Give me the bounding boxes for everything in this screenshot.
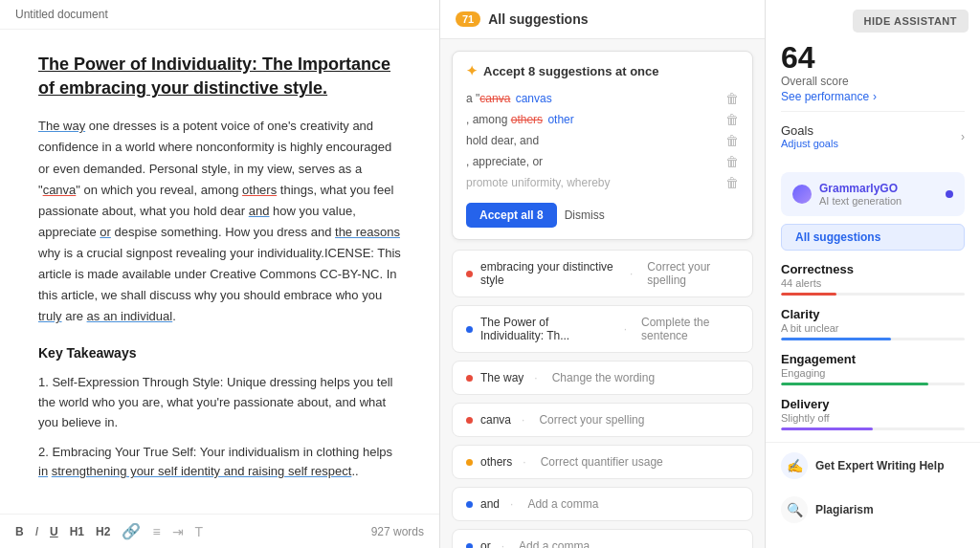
suggestion-row-4[interactable]: canva · Correct your spelling <box>452 403 753 437</box>
see-performance-link[interactable]: See performance › <box>781 90 965 103</box>
key-takeaways-heading: Key Takeaways <box>38 342 401 365</box>
replacement-canvas: canvas <box>512 92 551 105</box>
dot-blue-2 <box>466 326 473 333</box>
span-and: and <box>249 204 270 218</box>
grammarly-go-label: GrammarlyGO <box>819 182 902 195</box>
metric-bar-correctness <box>781 293 965 296</box>
span-canva: canva <box>43 183 77 197</box>
suggestion-keyword-6: and <box>480 497 500 511</box>
suggestion-action-4: Correct your spelling <box>539 413 644 427</box>
overall-score-label: Overall score <box>781 75 965 88</box>
document-panel: Untitled document The Power of Individua… <box>0 0 440 548</box>
accept-all-button[interactable]: Accept all 8 <box>466 203 557 228</box>
doc-header: Untitled document <box>0 0 439 30</box>
span-or: or <box>100 225 111 239</box>
dot-red-3 <box>466 375 473 382</box>
suggestions-list[interactable]: ✦ Accept 8 suggestions at once a "canva … <box>440 39 765 548</box>
suggestion-row-3[interactable]: The way · Change the wording <box>452 361 753 395</box>
metric-name-delivery: Delivery <box>781 397 965 411</box>
metric-name-correctness: Correctness <box>781 262 965 276</box>
bold-btn[interactable]: B <box>15 525 24 538</box>
metric-bar-fill-delivery <box>781 427 873 430</box>
dot-red-4 <box>466 417 473 424</box>
all-suggestions-tab[interactable]: All suggestions <box>781 224 965 251</box>
toolbar-indent-icon[interactable]: ⇥ <box>172 524 184 539</box>
suggestion-keyword-3: The way <box>480 371 523 384</box>
sparkle-icon: ✦ <box>466 63 478 78</box>
expert-icon: ✍ <box>781 452 808 479</box>
metric-clarity: Clarity A bit unclear <box>781 307 965 340</box>
span-asan: as an individual <box>87 309 173 323</box>
numbered-item-2: 2. Embracing Your True Self: Your indivi… <box>38 443 401 483</box>
trash-icon-3[interactable]: 🗑 <box>725 133 739 148</box>
span-truly: truly <box>38 309 62 323</box>
grammarly-go-sub: AI text generation <box>819 195 902 207</box>
trash-icon-4[interactable]: 🗑 <box>725 154 739 169</box>
suggestion-row-1[interactable]: embracing your distinctive style · Corre… <box>452 250 753 297</box>
suggestions-header: 71 All suggestions <box>440 0 765 39</box>
toolbar-format-icon[interactable]: T <box>195 524 204 539</box>
dot-blue-6 <box>466 501 473 508</box>
score-section: 64 Overall score See performance › Goals… <box>766 42 980 164</box>
metric-bar-delivery <box>781 427 965 430</box>
accept-item-2: , among others other 🗑 <box>466 109 739 130</box>
h2-btn[interactable]: H2 <box>96 525 110 538</box>
suggestion-row-2[interactable]: The Power of Individuality: Th... · Comp… <box>452 305 753 353</box>
hide-assistant-button[interactable]: HIDE ASSISTANT <box>853 10 969 33</box>
doc-heading: The Power of Individuality: The Importan… <box>38 53 401 100</box>
score-panel: HIDE ASSISTANT 64 Overall score See perf… <box>766 0 980 548</box>
score-divider <box>781 111 965 112</box>
expert-writing-row[interactable]: ✍ Get Expert Writing Help <box>766 442 980 489</box>
dismiss-button[interactable]: Dismiss <box>565 203 605 228</box>
grammarly-go-icon <box>792 185 812 204</box>
dot-blue-7 <box>466 543 473 549</box>
metric-name-engagement: Engagement <box>781 352 965 366</box>
goals-row: Goals Adjust goals › <box>781 120 965 153</box>
suggestion-row-7[interactable]: or · Add a comma <box>452 529 753 548</box>
italic-btn[interactable]: I <box>35 525 38 538</box>
doc-content[interactable]: The Power of Individuality: The Importan… <box>0 30 439 514</box>
grammarly-go-dot <box>946 190 953 198</box>
plagiarism-row[interactable]: 🔍 Plagiarism <box>766 489 980 531</box>
span-others: others <box>242 183 277 197</box>
suggestions-panel-title: All suggestions <box>488 11 588 27</box>
accept-item-4: , appreciate, or 🗑 <box>466 151 739 172</box>
expert-label: Get Expert Writing Help <box>815 459 944 472</box>
suggestions-panel: 71 All suggestions ✦ Accept 8 suggestion… <box>440 0 766 548</box>
metric-bar-engagement <box>781 383 965 385</box>
doc-footer: B I U H1 H2 🔗 ≡ ⇥ T 927 words <box>0 514 439 548</box>
accept-box-title: Accept 8 suggestions at once <box>483 64 659 78</box>
metric-bar-fill-correctness <box>781 293 836 296</box>
suggestion-action-2: Complete the sentence <box>641 316 739 342</box>
adjust-goals-link[interactable]: Adjust goals <box>781 138 838 149</box>
trash-icon-2[interactable]: 🗑 <box>725 112 739 127</box>
span-reasons: the reasons <box>335 225 400 239</box>
trash-icon-5[interactable]: 🗑 <box>725 175 739 190</box>
plagiarism-icon: 🔍 <box>781 496 808 523</box>
span-theway: The way <box>38 119 85 133</box>
replacement-other: other <box>545 113 574 126</box>
overall-score-number: 64 <box>781 42 965 73</box>
metric-delivery: Delivery Slightly off <box>781 397 965 430</box>
suggestion-keyword-2: The Power of Individuality: Th... <box>480 316 613 342</box>
metric-detail-correctness: 44 alerts <box>781 277 965 289</box>
toolbar-link-icon[interactable]: 🔗 <box>122 522 141 540</box>
doc-title-bar: Untitled document <box>15 8 108 21</box>
h1-btn[interactable]: H1 <box>70 525 84 538</box>
accept-item-5: promote uniformity, whereby 🗑 <box>466 172 739 193</box>
doc-paragraph-1: The way one dresses is a potent voice of… <box>38 116 401 327</box>
suggestion-row-6[interactable]: and · Add a comma <box>452 487 753 521</box>
grammarly-go-box[interactable]: GrammarlyGO AI text generation <box>781 172 965 216</box>
metric-detail-engagement: Engaging <box>781 367 965 379</box>
accept-item-1: a "canva canvas 🗑 <box>466 88 739 109</box>
goals-chevron-icon: › <box>961 130 965 143</box>
trash-icon-1[interactable]: 🗑 <box>725 91 739 106</box>
suggestion-keyword-5: others <box>480 455 512 469</box>
toolbar-list-icon[interactable]: ≡ <box>152 524 160 539</box>
suggestion-row-5[interactable]: others · Correct quantifier usage <box>452 445 753 479</box>
doc-body[interactable]: The way one dresses is a potent voice of… <box>38 116 401 482</box>
metric-correctness: Correctness 44 alerts <box>781 262 965 296</box>
metric-section: Correctness 44 alerts Clarity A bit uncl… <box>766 262 980 442</box>
metric-engagement: Engagement Engaging <box>781 352 965 385</box>
underline-btn[interactable]: U <box>50 525 58 538</box>
